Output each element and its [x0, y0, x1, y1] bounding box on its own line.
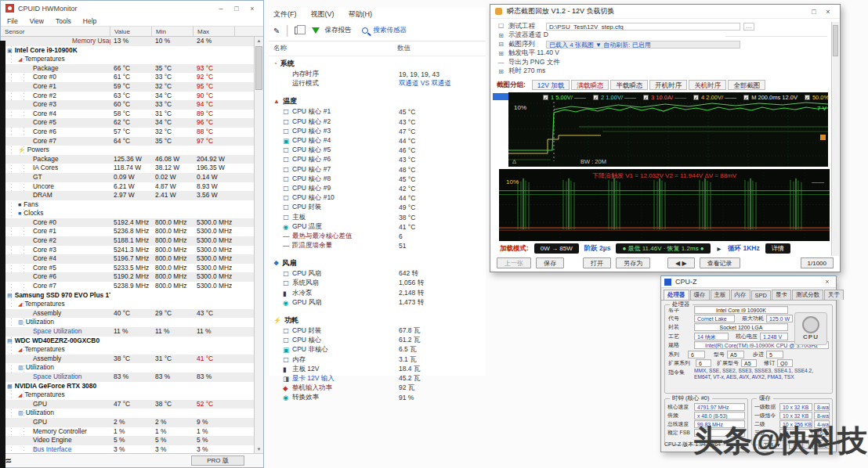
checkbox-icon[interactable]: ☐ — [283, 156, 292, 164]
sensor-row[interactable]: ☐ CPU 核心 #5 46 °C — [269, 146, 486, 155]
checkbox-icon[interactable]: ◉ — [283, 394, 292, 401]
checkbox-icon[interactable]: ☐ — [283, 118, 292, 126]
sensor-row[interactable]: ▥ Utilization — [1, 409, 254, 418]
scroll-thumb[interactable] — [833, 25, 838, 56]
sensor-row[interactable]: Core #3 5241.3 MHz 800.0 MHz 5300.0 MHz — [1, 246, 254, 255]
channel-checkbox-icon[interactable]: ✓ — [543, 95, 548, 100]
config-row[interactable]: ☐ 测试工程 D:\PSU_Test\12V_step.cfg … — [497, 22, 834, 31]
menu-item[interactable]: File — [7, 17, 18, 25]
cpuz-tab[interactable]: 关于 — [824, 290, 844, 300]
sensor-row[interactable]: ☐ CPU 核心 #3 47 °C — [269, 127, 486, 136]
scope-button[interactable]: 保存 — [536, 257, 564, 268]
sensor-row[interactable]: ◢ Temperatures — [1, 300, 254, 309]
cpuz-tab[interactable]: 显卡 — [772, 290, 791, 300]
save-report-icon[interactable] — [312, 27, 320, 34]
channel-checkbox-icon[interactable]: ✓ — [643, 95, 649, 100]
close-icon[interactable]: × — [822, 278, 833, 286]
expander-icon[interactable]: ⊞ — [497, 32, 505, 39]
scroll-up-icon[interactable]: ▲ — [255, 37, 263, 45]
sensor-row[interactable]: DRAM 2.97 W 2.41 W 3.56 W — [1, 191, 254, 200]
cpuz-tab[interactable]: 内存 — [731, 290, 750, 300]
scroll-thumb[interactable] — [255, 46, 262, 90]
sensor-row[interactable]: ▣ Intel Core i9-10900K — [1, 46, 254, 56]
sensor-row[interactable]: ☐ CPU 封装 67.8 瓦 — [269, 326, 486, 336]
sensor-row[interactable]: Uncore 6.21 W 4.87 W 8.93 W — [1, 182, 254, 192]
sensor-row[interactable]: ▮ 主板 12V 18.4 瓦 — [269, 365, 486, 374]
checkbox-icon[interactable]: — — [283, 242, 292, 250]
scope-tab[interactable]: 关机时序 — [689, 80, 726, 90]
sensor-row[interactable]: Assembly 40 °C 29 °C 43 °C — [1, 309, 254, 319]
column-max[interactable]: Max — [193, 27, 235, 36]
browse-button[interactable]: … — [743, 23, 754, 31]
sensor-row[interactable]: ☐ 主板 38 °C — [269, 212, 486, 221]
sensor-row[interactable]: Core #5 5233.5 MHz 800.0 MHz 5300.0 MHz — [1, 264, 254, 273]
checkbox-icon[interactable]: ☐ — [283, 185, 292, 193]
sensor-row[interactable]: ☐ CPU 核心 #6 43 °C — [269, 155, 486, 164]
sensor-row[interactable]: Core #4 5196.7 MHz 800.0 MHz 5300.0 MHz — [1, 254, 254, 264]
page-indicator-button[interactable]: 1/1000 — [801, 257, 834, 268]
sensor-row[interactable]: ☐ CPU 核心 #10 44 °C — [269, 193, 486, 203]
config-field[interactable]: 已载入 4 张截图 ▼ 自动刷新: 已启用 — [546, 41, 740, 49]
sensor-row[interactable]: Core #1 5236.8 MHz 800.0 MHz 5300.0 MHz — [1, 227, 254, 236]
sensor-row[interactable]: Bus Interface 3 % 3 % 3 % — [1, 445, 254, 453]
sensor-row[interactable]: — 最热与最冷核心差值 6 — [269, 232, 486, 241]
cpuz-tab[interactable]: SPD — [751, 290, 771, 300]
checkbox-icon[interactable]: ◨ — [283, 375, 292, 383]
sensor-row[interactable]: ▣ CPU 核心 #4 44 °C — [269, 136, 486, 146]
checkbox-icon[interactable]: ☐ — [283, 166, 292, 174]
sensor-row[interactable]: Memory Usage 13 % 10 % 24 % — [1, 37, 254, 46]
checkbox-icon[interactable]: ☐ — [283, 337, 292, 344]
sensor-row[interactable]: Core #2 63 °C 34 °C 90 °C — [1, 92, 254, 101]
sensor-row[interactable]: ▦ NVIDIA GeForce RTX 3080 — [1, 382, 254, 391]
menu-item[interactable]: Help — [83, 17, 96, 25]
expander-icon[interactable]: ⊞ — [497, 50, 505, 57]
checkbox-icon[interactable]: ☐ — [283, 146, 292, 154]
column-name[interactable]: 名称 — [273, 44, 397, 53]
channel-checkbox-icon[interactable]: ✓ — [593, 95, 599, 100]
hwmonitor-titlebar[interactable]: CPUID HWMonitor – □ × — [1, 1, 263, 16]
scope-channel[interactable]: ✓ 4 2.00V/ —— — [693, 94, 736, 101]
config-row[interactable]: ⊟ 截图序列 已载入 4 张截图 ▼ 自动刷新: 已启用 … — [497, 40, 834, 49]
search-sensors-label[interactable]: 搜索传感器 — [374, 26, 407, 35]
scope-tab[interactable]: 全部截图 — [728, 80, 765, 90]
checkbox-icon[interactable]: ☐ — [283, 108, 292, 116]
sensor-row[interactable]: ☐ CPU 核心 #1 45 °C — [269, 107, 486, 117]
sensor-row[interactable]: ◢ Temperatures — [1, 345, 254, 355]
column-sensor[interactable]: Sensor — [1, 27, 110, 36]
sensor-row[interactable]: ▮ 水冷泵 2,148 转 — [269, 289, 486, 298]
checkbox-icon[interactable]: ▮ — [283, 290, 292, 297]
sensor-row[interactable]: Core #7 5238.9 MHz 800.0 MHz 5300.0 MHz — [1, 282, 254, 291]
sensor-row[interactable]: ▤ Samsung SSD 970 EVO Plus 1TB — [1, 291, 254, 301]
checkbox-icon[interactable]: — — [283, 232, 292, 240]
sensor-row[interactable]: Video Engine 5 % 5 % 5 % — [1, 436, 254, 445]
sensor-row[interactable]: 运行模式 双通道 VS 双通道 — [269, 79, 486, 88]
config-row[interactable]: ⊞ 触发电平 11.40 V … — [497, 49, 834, 59]
sensor-row[interactable]: Core #1 59 °C 32 °C 95 °C — [1, 82, 254, 92]
sensor-row[interactable]: ☐ CPU 核心 #7 48 °C — [269, 165, 486, 175]
sensor-row[interactable]: ◉ 转换效率 91 % — [269, 393, 486, 402]
channel-checkbox-icon[interactable]: ✓ — [693, 95, 699, 100]
scope-tab[interactable]: 满载瞬态 — [571, 80, 609, 90]
sensor-row[interactable]: Package 125.36 W 46.08 W 204.92 W — [1, 155, 254, 164]
sensor-row[interactable]: ▤ WDC WD40EZRZ-00GXCB0 — [1, 337, 254, 346]
cpuz-tab[interactable]: 缓存 — [690, 290, 710, 300]
checkbox-icon[interactable]: ☐ — [283, 327, 292, 335]
menu-item[interactable]: View — [30, 17, 44, 25]
scope-titlebar[interactable]: 瞬态截图回放 V1.2 - 12V 负载切换 □ × — [490, 5, 840, 19]
sensor-row[interactable]: ▥ Utilization — [1, 318, 254, 327]
checkbox-icon[interactable]: ◉ — [283, 299, 292, 307]
scope-channel[interactable]: ✓ 3 10.0A/ —— — [643, 94, 686, 101]
sensor-row[interactable]: ☐ CPU 核心 61.2 瓦 — [269, 336, 486, 345]
column-value[interactable]: Value — [110, 27, 152, 36]
sensor-row[interactable]: ▥ Utilization — [1, 363, 254, 373]
maximize-icon[interactable]: □ — [807, 8, 821, 16]
scope-channel[interactable]: ✓ M 200.0ms 12.0V — [743, 94, 797, 101]
sensor-row[interactable]: GT 0.09 W 0.02 W 0.14 W — [1, 173, 254, 182]
scope-button[interactable]: 查看记录 — [700, 257, 740, 268]
sensor-row[interactable]: Memory Controller 1 % 1 % 1 % — [1, 427, 254, 437]
sensor-row[interactable]: Core #6 57 °C 32 °C 88 °C — [1, 128, 254, 137]
sensor-row[interactable]: ◢ Temperatures — [1, 391, 254, 400]
config-row[interactable]: ⊞ 耗时 270 ms … — [497, 67, 834, 77]
sensor-row[interactable]: Core #0 61 °C 33 °C 92 °C — [1, 73, 254, 82]
minimize-icon[interactable]: – — [213, 5, 229, 13]
